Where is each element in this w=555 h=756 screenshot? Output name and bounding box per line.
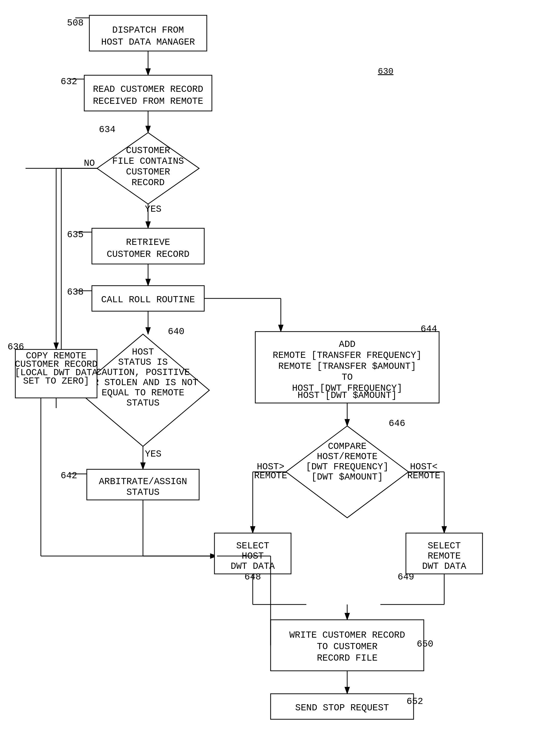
- diagram-container: 630 DISPATCH FROM HOST DATA MANAGER 508 …: [0, 0, 555, 756]
- label-642a: ARBITRATE/ASSIGN: [99, 476, 187, 487]
- label-646c: [DWT FREQUENCY]: [306, 462, 389, 472]
- label-648a: SELECT: [236, 541, 269, 551]
- flowchart-svg: 630 DISPATCH FROM HOST DATA MANAGER 508 …: [0, 0, 555, 756]
- ref-649: 649: [398, 572, 414, 582]
- label-649c: DWT DATA: [422, 561, 466, 572]
- ref-638: 638: [67, 287, 84, 297]
- label-650c: RECORD FILE: [317, 653, 378, 663]
- label-644a: ADD: [339, 339, 356, 350]
- label-644c: REMOTE [TRANSFER $AMOUNT]: [278, 361, 416, 372]
- label-640e: EQUAL TO REMOTE: [101, 388, 184, 398]
- label-649a: SELECT: [428, 541, 461, 551]
- label-640d: OR STOLEN AND IS NOT: [88, 377, 198, 388]
- label-634c: CUSTOMER: [126, 167, 170, 177]
- label-508b: HOST DATA MANAGER: [101, 37, 195, 47]
- label-640c: CAUTION, POSITIVE: [96, 367, 190, 378]
- yes-label-634: YES: [145, 204, 162, 215]
- label-644f: HOST [DWT $AMOUNT]: [298, 390, 397, 401]
- ref-630: 630: [378, 66, 393, 76]
- label-634b: FILE CONTAINS: [112, 156, 184, 167]
- label-652: SEND STOP REQUEST: [295, 703, 389, 713]
- label-634d: RECORD: [131, 178, 165, 188]
- yes-label-640: YES: [145, 449, 162, 459]
- label-634a: CUSTOMER: [126, 145, 170, 156]
- label-638: CALL ROLL ROUTINE: [101, 295, 195, 305]
- label-649b: REMOTE: [428, 551, 461, 561]
- ref-646: 646: [389, 418, 405, 429]
- label-635a: RETRIEVE: [126, 237, 170, 248]
- ref-632: 632: [61, 77, 77, 87]
- ref-508: 508: [67, 18, 84, 28]
- label-648c: DWT DATA: [231, 561, 275, 572]
- ref-650: 650: [417, 639, 433, 649]
- label-640a: HOST: [132, 347, 154, 357]
- label-640b: STATUS IS: [118, 357, 168, 368]
- ref-642: 642: [61, 471, 77, 481]
- label-646a: COMPARE: [328, 441, 366, 452]
- label-646b: HOST/REMOTE: [317, 452, 378, 462]
- label-646d: [DWT $AMOUNT]: [311, 472, 383, 482]
- label-508: DISPATCH FROM: [112, 25, 184, 36]
- ref-652: 652: [407, 696, 423, 707]
- ref-635: 635: [67, 230, 84, 240]
- ref-640: 640: [168, 327, 184, 337]
- label-644d: TO: [342, 372, 352, 383]
- label-632b: RECEIVED FROM REMOTE: [93, 96, 203, 107]
- label-650b: TO CUSTOMER: [317, 642, 378, 652]
- label-650a: WRITE CUSTOMER RECORD: [289, 630, 405, 641]
- label-642b: STATUS: [126, 487, 160, 498]
- ref-636: 636: [8, 342, 24, 352]
- label-640f: STATUS: [126, 398, 160, 408]
- label-636d: SET TO ZERO]: [23, 376, 89, 386]
- no-label-634: NO: [84, 158, 95, 169]
- ref-634: 634: [99, 125, 116, 135]
- label-635b: CUSTOMER RECORD: [107, 249, 189, 259]
- label-632: READ CUSTOMER RECORD: [93, 84, 203, 95]
- ref-644: 644: [421, 324, 437, 334]
- label-644b: REMOTE [TRANSFER FREQUENCY]: [273, 350, 422, 361]
